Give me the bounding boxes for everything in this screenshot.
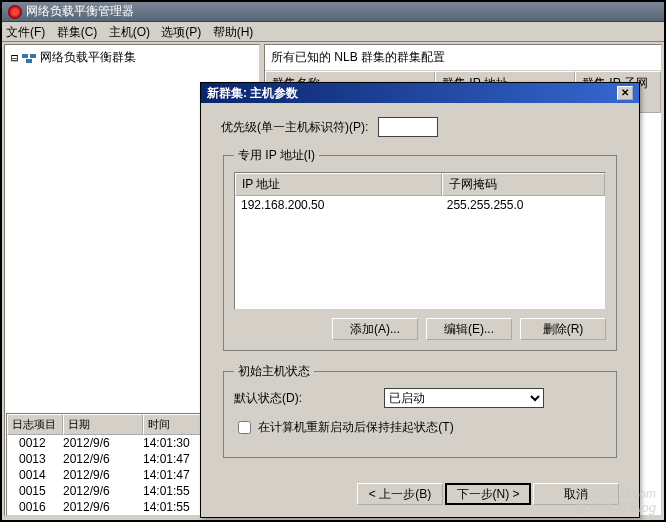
col-mask[interactable]: 子网掩码 bbox=[442, 173, 605, 196]
cancel-button[interactable]: 取消 bbox=[533, 483, 619, 505]
ip-row[interactable]: 192.168.200.50255.255.255.0 bbox=[235, 196, 605, 214]
priority-select[interactable]: 1 bbox=[378, 117, 438, 137]
initial-state-legend: 初始主机状态 bbox=[234, 363, 314, 380]
new-cluster-dialog: 新群集: 主机参数 ✕ 优先级(单一主机标识符)(P): 1 专用 IP 地址(… bbox=[200, 82, 640, 518]
dedicated-ip-group: 专用 IP 地址(I) IP 地址 子网掩码 192.168.200.50255… bbox=[223, 147, 617, 351]
window-title: 网络负载平衡管理器 bbox=[26, 3, 134, 20]
col-ip[interactable]: IP 地址 bbox=[235, 173, 442, 196]
priority-label: 优先级(单一主机标识符)(P): bbox=[221, 119, 368, 136]
close-icon[interactable]: ✕ bbox=[617, 86, 633, 100]
menu-cluster[interactable]: 群集(C) bbox=[57, 25, 98, 39]
tree-toggle-icon[interactable]: ⊟ bbox=[11, 51, 18, 65]
edit-button[interactable]: 编辑(E)... bbox=[426, 318, 512, 340]
menu-options[interactable]: 选项(P) bbox=[161, 25, 201, 39]
default-state-label: 默认状态(D): bbox=[234, 390, 374, 407]
dialog-titlebar: 新群集: 主机参数 ✕ bbox=[201, 83, 639, 103]
dedicated-ip-legend: 专用 IP 地址(I) bbox=[234, 147, 319, 164]
dialog-title: 新群集: 主机参数 bbox=[207, 85, 298, 102]
menu-file[interactable]: 文件(F) bbox=[6, 25, 45, 39]
tree-root-label: 网络负载平衡群集 bbox=[40, 49, 136, 66]
svg-rect-0 bbox=[22, 54, 28, 58]
retain-check-label[interactable]: 在计算机重新启动后保持挂起状态(T) bbox=[234, 418, 454, 437]
menu-host[interactable]: 主机(O) bbox=[109, 25, 150, 39]
menu-help[interactable]: 帮助(H) bbox=[213, 25, 254, 39]
retain-checkbox[interactable] bbox=[238, 421, 251, 434]
next-button[interactable]: 下一步(N) > bbox=[445, 483, 531, 505]
menu-bar: 文件(F) 群集(C) 主机(O) 选项(P) 帮助(H) bbox=[2, 22, 664, 42]
initial-state-group: 初始主机状态 默认状态(D): 已启动 在计算机重新启动后保持挂起状态(T) bbox=[223, 363, 617, 458]
ip-listview[interactable]: IP 地址 子网掩码 192.168.200.50255.255.255.0 bbox=[234, 172, 606, 310]
svg-rect-2 bbox=[26, 59, 32, 63]
tree-root[interactable]: ⊟ 网络负载平衡群集 bbox=[5, 45, 259, 70]
app-icon bbox=[8, 5, 22, 19]
log-col-item[interactable]: 日志项目 bbox=[7, 414, 63, 435]
list-header: 所有已知的 NLB 群集的群集配置 bbox=[265, 45, 661, 71]
default-state-select[interactable]: 已启动 bbox=[384, 388, 544, 408]
back-button[interactable]: < 上一步(B) bbox=[357, 483, 443, 505]
log-col-date[interactable]: 日期 bbox=[63, 414, 143, 435]
remove-button[interactable]: 删除(R) bbox=[520, 318, 606, 340]
add-button[interactable]: 添加(A)... bbox=[332, 318, 418, 340]
main-window-titlebar: 网络负载平衡管理器 bbox=[2, 2, 664, 22]
svg-rect-1 bbox=[30, 54, 36, 58]
cluster-icon bbox=[22, 52, 36, 64]
